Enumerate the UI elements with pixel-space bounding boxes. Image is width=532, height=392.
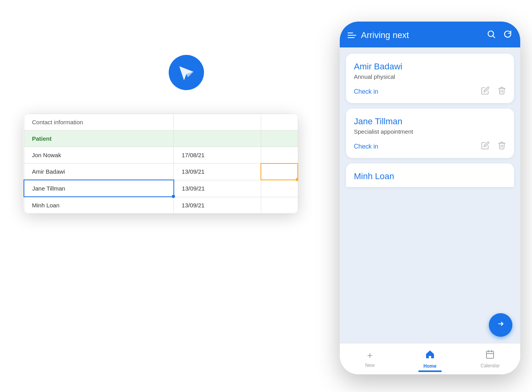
fab-checkin-button[interactable] [489,313,512,337]
patient-icons-amir [481,86,506,97]
table-header-row: Contact information [24,114,298,131]
patient-extra-4 [261,197,298,214]
patient-date-3: 13/09/21 [174,180,261,197]
spreadsheet-card: Contact information Patient Jon Nowak 17… [24,114,298,214]
delete-icon-jane[interactable] [497,141,506,152]
patient-name-2: Amir Badawi [24,163,174,180]
patient-extra-1 [261,147,298,163]
patient-name-4: Minh Loan [24,197,174,214]
phone-screen-title: Arriving next [361,30,409,40]
nav-item-home[interactable]: Home [400,349,460,369]
patient-appointment-jane: Specialist appointment [354,128,506,135]
phone-content: Amir Badawi Annual physical Check in [340,47,520,345]
header-col1: Contact information [24,114,174,131]
patient-card-amir: Amir Badawi Annual physical Check in [346,54,514,103]
section-label: Patient [24,131,174,147]
edit-icon-jane[interactable] [481,141,490,152]
patient-name-3: Jane Tillman [24,180,174,197]
section-col3 [261,131,298,147]
nav-item-new[interactable]: + New [340,350,400,368]
phone-bottom-nav: + New Home Calendar [340,343,520,374]
patient-card-minh-partial: Minh Loan [346,163,514,187]
patient-appointment-amir: Annual physical [354,73,506,80]
refresh-icon[interactable] [503,29,512,41]
hamburger-line-2 [348,35,356,36]
patient-card-jane: Jane Tillman Specialist appointment Chec… [346,109,514,158]
patient-date-2: 13/09/21 [174,163,261,180]
patient-extra-2-selected[interactable] [261,163,298,180]
hamburger-line-3 [348,37,355,38]
app-logo-container [169,55,204,90]
table-row-selected: Jane Tillman 13/09/21 [24,180,298,197]
paper-plane-icon [177,63,196,82]
phone-header-left: Arriving next [348,30,409,40]
home-indicator-bar [418,370,442,372]
check-in-button-amir[interactable]: Check in [354,88,378,95]
section-col2 [174,131,261,147]
patient-extra-3 [261,180,298,197]
new-icon: + [367,350,373,361]
edit-icon-amir[interactable] [481,86,490,97]
table-row: Amir Badawi 13/09/21 [24,163,298,180]
nav-label-home: Home [423,363,436,369]
search-icon[interactable] [486,29,496,41]
table-row: Minh Loan 13/09/21 [24,197,298,214]
svg-rect-3 [486,351,494,358]
hamburger-line-1 [348,33,353,33]
patient-name-1: Jon Nowak [24,147,174,163]
delete-icon-amir[interactable] [497,86,506,97]
phone-mockup: Arriving next Amir Badawi Annual physica… [340,22,520,374]
patient-actions-amir: Check in [354,86,506,97]
nav-item-calendar[interactable]: Calendar [460,350,520,368]
table-section-row: Patient [24,131,298,147]
app-logo-background [169,55,204,90]
calendar-icon [485,350,495,361]
patient-table: Contact information Patient Jon Nowak 17… [24,114,298,214]
nav-label-calendar: Calendar [481,363,500,368]
patient-icons-jane [481,141,506,152]
fab-arrow-icon [495,318,506,332]
phone-header: Arriving next [340,22,520,47]
home-icon [425,349,435,362]
header-col2 [174,114,261,131]
check-in-button-jane[interactable]: Check in [354,143,378,150]
phone-header-actions [486,29,512,41]
patient-actions-jane: Check in [354,141,506,152]
patient-name-minh: Minh Loan [354,171,506,181]
patient-date-4: 13/09/21 [174,197,261,214]
menu-icon[interactable] [348,33,356,38]
nav-label-new: New [365,363,375,368]
patient-name-jane: Jane Tillman [354,116,506,127]
patient-date-1: 17/08/21 [174,147,261,163]
header-col3 [261,114,298,131]
patient-name-amir: Amir Badawi [354,62,506,72]
svg-line-1 [493,36,495,38]
table-row: Jon Nowak 17/08/21 [24,147,298,163]
